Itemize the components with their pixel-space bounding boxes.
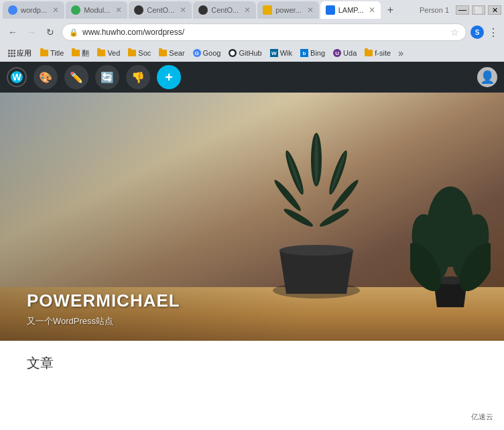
tab-5-label: power...: [275, 6, 302, 14]
tab-2[interactable]: Modul... ✕: [66, 1, 127, 19]
bookmark-sear-label: Sear: [169, 49, 184, 57]
tab-4[interactable]: CentO... ✕: [193, 1, 256, 19]
bookmark-wikipedia[interactable]: W Wik: [267, 48, 296, 58]
lock-icon: 🔒: [69, 28, 78, 37]
tab-5-close[interactable]: ✕: [307, 5, 314, 15]
add-content-button[interactable]: +: [157, 65, 181, 89]
title-bar: wordp... ✕ Modul... ✕ CentO... ✕ CentO..…: [0, 0, 504, 20]
apps-grid-icon: [8, 50, 15, 57]
address-bar: ← → ↻ 🔒 www.huwho.com/wordpress/ ☆ S ⋮: [0, 20, 504, 44]
page-content: W 🎨 ✏️ 🔄 👎 + �: [0, 62, 504, 430]
bookmark-github-label: GitHub: [239, 49, 261, 57]
bookmark-title[interactable]: Title: [37, 48, 67, 58]
maximize-button[interactable]: ⬜: [472, 5, 485, 15]
bookmark-wikipedia-label: Wik: [280, 49, 292, 57]
dislike-button[interactable]: 👎: [126, 65, 150, 89]
browser-window: wordp... ✕ Modul... ✕ CentO... ✕ CentO..…: [0, 0, 504, 430]
bookmark-fsite-label: f-site: [375, 49, 391, 57]
avatar-icon: 👤: [480, 70, 495, 85]
reload-button[interactable]: ↻: [43, 25, 58, 40]
palette-icon: 🎨: [39, 71, 52, 84]
tab-6[interactable]: LAMP... ✕: [320, 1, 381, 19]
articles-section-title: 文章: [27, 354, 477, 372]
tab-1-label: wordp...: [21, 6, 47, 14]
github-icon: ⬤: [229, 49, 237, 57]
tab-6-favicon: [326, 5, 335, 15]
bookmark-uda[interactable]: U Uda: [330, 48, 360, 58]
wp-logo-button[interactable]: W: [7, 67, 27, 87]
folder-icon-2: [72, 50, 80, 56]
bookmark-fan[interactable]: 翻: [68, 47, 92, 60]
bookmarks-bar: 应用 Title 翻 Ved Soc Sear G Goog ⬤: [0, 44, 504, 62]
window-controls: Person 1 — ⬜ ✕: [416, 5, 501, 15]
page-below-hero: 文章: [0, 341, 504, 430]
plus-icon: +: [165, 70, 173, 85]
bookmark-sear[interactable]: Sear: [155, 48, 188, 58]
tab-2-label: Modul...: [84, 6, 110, 14]
tab-3[interactable]: CentO... ✕: [129, 1, 192, 19]
browser-menu-button[interactable]: ⋮: [488, 26, 499, 39]
site-tagline: 又一个WordPress站点: [27, 315, 180, 327]
customize-button[interactable]: 🎨: [34, 65, 58, 89]
refresh-icon: 🔄: [101, 71, 114, 84]
tab-2-close[interactable]: ✕: [115, 5, 122, 15]
site-title: POWERMICHAEL: [27, 290, 180, 311]
bookmark-fan-label: 翻: [82, 48, 89, 58]
bookmark-bing-label: Bing: [310, 49, 325, 57]
tab-5[interactable]: power... ✕: [257, 1, 319, 19]
tab-3-favicon: [134, 5, 143, 15]
bing-icon: b: [300, 49, 308, 57]
pen-icon: ✏️: [70, 71, 83, 84]
tab-1-close[interactable]: ✕: [52, 5, 59, 15]
wp-admin-bar: W 🎨 ✏️ 🔄 👎 + �: [0, 62, 504, 93]
edit-button[interactable]: ✏️: [64, 65, 88, 89]
folder-icon-4: [128, 50, 136, 56]
bookmark-ved-label: Ved: [107, 49, 120, 57]
bookmark-soc[interactable]: Soc: [125, 48, 154, 58]
tab-4-close[interactable]: ✕: [244, 5, 251, 15]
refresh-button[interactable]: 🔄: [95, 65, 119, 89]
tab-6-label: LAMP...: [338, 6, 364, 14]
bookmarks-more-button[interactable]: »: [395, 48, 406, 58]
google-icon: G: [193, 49, 201, 57]
bookmark-star-icon[interactable]: ☆: [450, 27, 459, 38]
bookmark-uda-label: Uda: [343, 49, 357, 57]
minimize-button[interactable]: —: [456, 5, 469, 15]
person-label: Person 1: [416, 6, 453, 14]
wp-logo-inner: W: [11, 71, 23, 83]
folder-icon-3: [97, 50, 105, 56]
bookmark-ved[interactable]: Ved: [94, 48, 123, 58]
new-tab-button[interactable]: +: [382, 2, 398, 18]
bookmark-fsite[interactable]: f-site: [361, 48, 394, 58]
extension-icon[interactable]: S: [470, 25, 484, 39]
watermark: 亿速云: [467, 411, 497, 423]
url-bar[interactable]: 🔒 www.huwho.com/wordpress/ ☆: [62, 23, 466, 41]
tab-3-label: CentO...: [147, 6, 174, 14]
hero-section: POWERMICHAEL 又一个WordPress站点: [0, 93, 504, 341]
thumbdown-icon: 👎: [131, 71, 145, 84]
forward-button[interactable]: →: [24, 25, 39, 40]
tab-2-favicon: [71, 5, 80, 15]
bookmark-apps[interactable]: 应用: [4, 47, 36, 60]
hero-text: POWERMICHAEL 又一个WordPress站点: [0, 277, 207, 341]
close-button[interactable]: ✕: [488, 5, 501, 15]
tab-4-favicon: [198, 5, 208, 15]
bookmark-title-label: Title: [50, 49, 64, 57]
bookmark-apps-label: 应用: [17, 48, 32, 58]
tab-3-close[interactable]: ✕: [180, 5, 186, 15]
bookmark-google[interactable]: G Goog: [190, 48, 225, 58]
folder-icon-5: [159, 50, 167, 56]
tab-1-favicon: [8, 5, 17, 15]
back-button[interactable]: ←: [5, 25, 20, 40]
url-text: www.huwho.com/wordpress/: [82, 28, 446, 37]
bookmark-bing[interactable]: b Bing: [297, 48, 328, 58]
bookmark-google-label: Goog: [203, 49, 221, 57]
tab-5-favicon: [263, 5, 272, 15]
bookmark-github[interactable]: ⬤ GitHub: [225, 48, 265, 58]
tab-1[interactable]: wordp... ✕: [3, 1, 64, 19]
user-avatar[interactable]: 👤: [477, 67, 497, 87]
bookmark-soc-label: Soc: [138, 49, 151, 57]
uda-icon: U: [333, 49, 341, 57]
tab-4-label: CentO...: [211, 6, 239, 14]
tab-6-close[interactable]: ✕: [369, 5, 375, 15]
